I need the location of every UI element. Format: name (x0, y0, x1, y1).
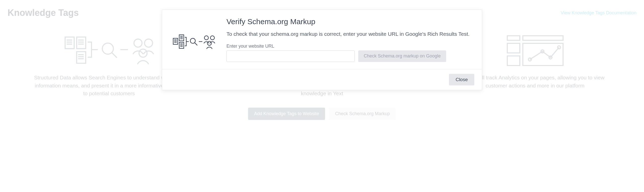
svg-line-48 (195, 43, 197, 45)
modal-description: To check that your schema.org markup is … (226, 30, 472, 38)
close-button[interactable]: Close (449, 74, 474, 85)
schema-flow-icon (172, 17, 217, 62)
svg-point-51 (210, 36, 214, 40)
modal-title: Verify Schema.org Markup (226, 17, 472, 26)
website-url-input[interactable] (226, 50, 355, 62)
svg-point-50 (204, 36, 208, 40)
svg-point-52 (207, 41, 211, 45)
svg-point-47 (190, 38, 195, 43)
verify-schema-modal: Verify Schema.org Markup To check that y… (162, 10, 482, 90)
url-field-label: Enter your website URL (226, 44, 472, 49)
check-schema-google-button[interactable]: Check Schema.org markup on Google (358, 50, 446, 62)
